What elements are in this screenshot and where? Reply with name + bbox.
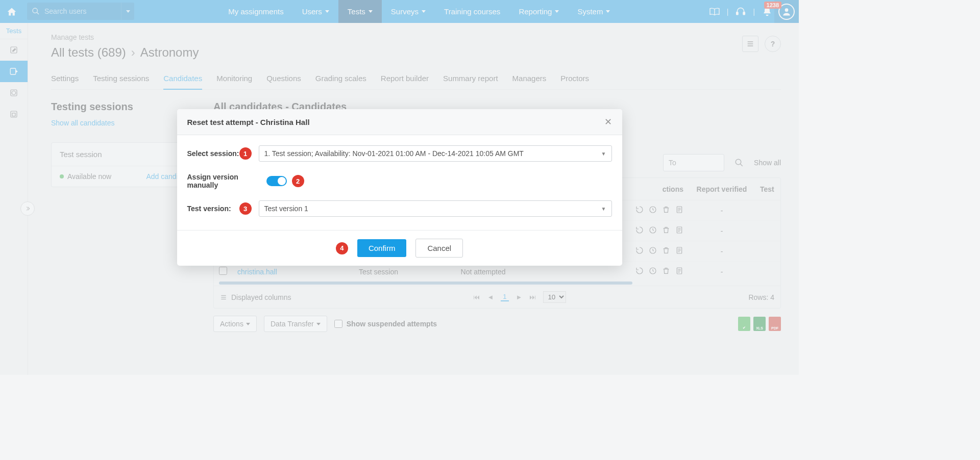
step-badge-3: 3 (239, 202, 252, 215)
chevron-down-icon: ▼ (601, 206, 606, 212)
reset-attempt-modal: Reset test attempt - Christina Hall ✕ Se… (177, 109, 622, 266)
form-row-assign: Assign version manually 2 (187, 173, 612, 189)
modal-footer: 4 Confirm Cancel (177, 230, 622, 266)
form-row-version: Test version: 3 Test version 1 ▼ (187, 200, 612, 217)
step-badge-1: 1 (239, 147, 252, 160)
modal-overlay: Reset test attempt - Christina Hall ✕ Se… (0, 0, 799, 375)
confirm-button[interactable]: Confirm (357, 239, 407, 257)
form-row-session: Select session: 1 1. Test session; Avail… (187, 145, 612, 162)
cancel-button[interactable]: Cancel (415, 239, 463, 258)
select-session-label: Select session: (187, 149, 239, 158)
test-version-select[interactable]: Test version 1 ▼ (259, 200, 612, 217)
test-version-label: Test version: (187, 205, 239, 213)
assign-version-label: Assign version manually (187, 173, 266, 189)
session-select[interactable]: 1. Test session; Availability: Nov-01-20… (259, 145, 612, 162)
chevron-down-icon: ▼ (601, 151, 606, 157)
modal-header: Reset test attempt - Christina Hall ✕ (177, 109, 622, 135)
assign-version-toggle[interactable] (266, 176, 287, 186)
step-badge-4: 4 (336, 242, 348, 254)
modal-close-button[interactable]: ✕ (604, 116, 612, 127)
modal-title: Reset test attempt - Christina Hall (187, 118, 310, 126)
step-badge-2: 2 (292, 175, 304, 187)
